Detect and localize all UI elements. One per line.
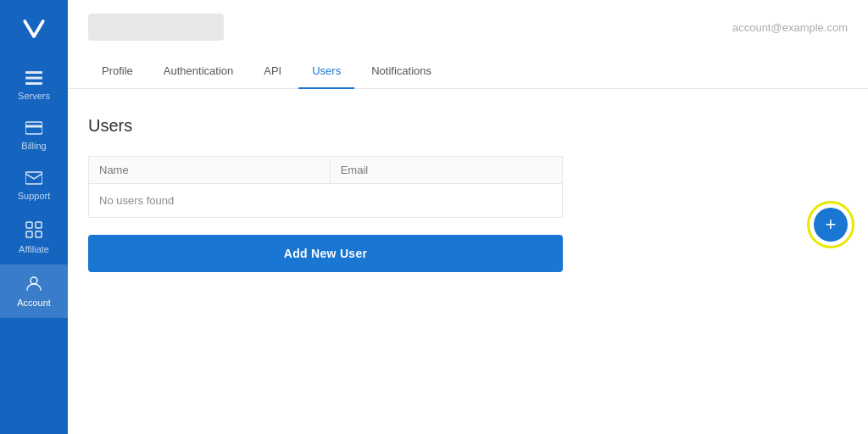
svg-rect-5 (25, 172, 42, 184)
sidebar-item-support[interactable]: Support (0, 161, 68, 211)
col-email: Email (330, 157, 562, 184)
support-icon (25, 171, 42, 187)
tab-api[interactable]: API (250, 54, 295, 89)
sidebar-item-label-billing: Billing (21, 141, 46, 151)
tab-authentication[interactable]: Authentication (150, 54, 247, 89)
sidebar-item-account[interactable]: Account (0, 264, 68, 318)
user-info: account@example.com (732, 21, 848, 34)
servers-icon (25, 71, 42, 87)
col-name: Name (89, 157, 331, 184)
breadcrumb (88, 14, 224, 41)
tab-profile[interactable]: Profile (88, 54, 147, 89)
tab-bar: Profile Authentication API Users Notific… (68, 54, 868, 89)
affiliate-icon (25, 221, 42, 241)
sidebar-item-affiliate[interactable]: Affiliate (0, 211, 68, 264)
add-new-user-button[interactable]: Add New User (88, 235, 563, 272)
sidebar-item-label-support: Support (18, 191, 51, 201)
svg-rect-9 (36, 231, 42, 237)
svg-rect-2 (25, 82, 42, 85)
account-icon (25, 275, 42, 294)
topbar-right: account@example.com (732, 21, 848, 34)
sidebar-item-billing[interactable]: Billing (0, 111, 68, 161)
logo (15, 10, 53, 47)
sidebar-nav: Servers Billing Support Affiliate Accoun… (0, 61, 68, 434)
fab-add-button[interactable]: + (814, 208, 848, 242)
svg-rect-0 (25, 71, 42, 74)
sidebar-item-label-account: Account (17, 298, 51, 308)
svg-rect-8 (26, 231, 32, 237)
svg-rect-1 (25, 77, 42, 80)
fab-container: + (814, 208, 848, 242)
tab-users[interactable]: Users (298, 54, 354, 89)
svg-rect-3 (25, 122, 42, 134)
section-title: Users (88, 116, 848, 136)
svg-rect-7 (36, 222, 42, 228)
svg-rect-4 (25, 125, 42, 128)
svg-rect-6 (26, 222, 32, 228)
tab-notifications[interactable]: Notifications (358, 54, 445, 89)
users-table: Name Email No users found (88, 156, 563, 218)
empty-message: No users found (89, 184, 563, 218)
topbar-left (88, 14, 224, 41)
sidebar-item-label-servers: Servers (18, 91, 50, 101)
sidebar-item-label-affiliate: Affiliate (19, 244, 49, 254)
topbar: account@example.com (68, 0, 868, 54)
sidebar-item-servers[interactable]: Servers (0, 61, 68, 111)
content-area: Users Name Email No users found Add New … (68, 89, 868, 434)
table-row-empty: No users found (89, 184, 563, 218)
svg-point-10 (31, 277, 37, 284)
main-content: account@example.com Profile Authenticati… (68, 0, 868, 434)
sidebar: Servers Billing Support Affiliate Accoun… (0, 0, 68, 434)
billing-icon (25, 121, 42, 137)
